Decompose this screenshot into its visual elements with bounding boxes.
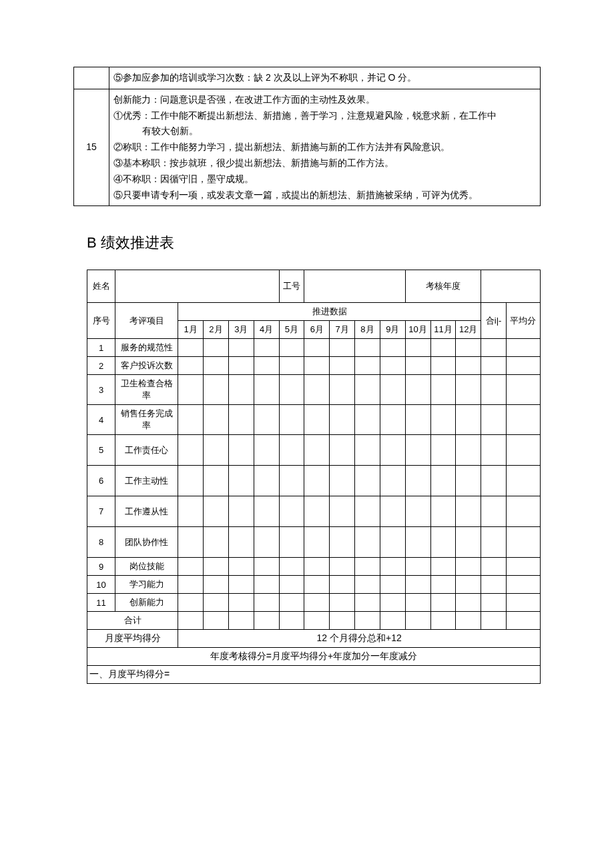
seq-value: 11: [96, 598, 105, 608]
data-cell: [254, 558, 279, 576]
data-cell: [178, 527, 204, 558]
data-cell: [430, 558, 456, 576]
month-label: 11月: [434, 324, 452, 334]
month-label: 2月: [209, 324, 222, 334]
year-label-cell: 考核年度: [405, 270, 481, 303]
bottom-line-text: 一、月度平均得分=: [89, 669, 170, 679]
data-cell: [279, 435, 304, 466]
data-cell: [279, 576, 304, 594]
data-cell: [254, 594, 279, 612]
table-row: 8 团队协作性: [87, 527, 541, 558]
data-cell: [330, 466, 355, 496]
data-cell: [279, 594, 304, 612]
name-label: 姓名: [93, 281, 110, 291]
subheader-row-1: 序号 考评项目 推进数据 合i|- 平均分: [87, 303, 541, 321]
data-cell: [330, 435, 355, 466]
seq-value: 7: [99, 506, 103, 516]
data-cell: [204, 576, 229, 594]
total-cell: [481, 375, 507, 405]
bottom-line-cell: 一、月度平均得分=: [87, 666, 541, 684]
month-header: 4月: [254, 321, 279, 339]
item-cell: 岗位技能: [115, 558, 178, 576]
item-cell: 创新能力: [115, 594, 178, 612]
item-value: 岗位技能: [129, 561, 164, 571]
data-cell: [330, 576, 355, 594]
data-cell: [430, 375, 456, 405]
data-cell: [430, 594, 456, 612]
criteria-content: 创新能力：问题意识是否强，在改进工作方面的主动性及效果。 ①优秀：工作中能不断提…: [109, 89, 541, 206]
month-header: 2月: [204, 321, 229, 339]
item-value: 服务的规范性: [121, 342, 173, 352]
data-cell: [456, 612, 481, 630]
data-cell: [380, 496, 405, 527]
data-header: 推进数据: [178, 303, 481, 321]
data-cell: [430, 527, 456, 558]
data-cell: [405, 375, 430, 405]
data-cell: [355, 496, 380, 527]
data-cell: [405, 612, 430, 630]
data-cell: [430, 405, 456, 435]
total-label-cell: 合计: [87, 612, 178, 630]
table-row: 15 创新能力：问题意识是否强，在改进工作方面的主动性及效果。 ①优秀：工作中能…: [74, 89, 541, 206]
data-cell: [456, 527, 481, 558]
data-cell: [330, 375, 355, 405]
data-cell: [380, 576, 405, 594]
data-cell: [304, 576, 330, 594]
data-cell: [380, 466, 405, 496]
seq-value: 9: [99, 562, 103, 572]
data-cell: [405, 576, 430, 594]
total-cell: [481, 594, 507, 612]
data-cell: [456, 466, 481, 496]
month-header: 8月: [355, 321, 380, 339]
seq-cell: 7: [87, 496, 115, 527]
month-label: 12月: [459, 324, 477, 334]
seq-value: 5: [99, 445, 103, 455]
data-cell: [228, 496, 254, 527]
data-cell: [228, 527, 254, 558]
name-value-cell: [115, 270, 279, 303]
table-row: 7 工作遵从性: [87, 496, 541, 527]
item-header: 考评项目: [115, 303, 178, 339]
month-header: 7月: [330, 321, 355, 339]
seq-cell: 2: [87, 357, 115, 375]
data-cell: [405, 357, 430, 375]
data-cell: [355, 558, 380, 576]
data-cell: [380, 594, 405, 612]
data-cell: [456, 496, 481, 527]
data-cell: [178, 594, 204, 612]
data-cell: [430, 612, 456, 630]
table-row: 9 岗位技能: [87, 558, 541, 576]
data-cell: [178, 612, 204, 630]
item-cell: 工作主动性: [115, 466, 178, 496]
performance-table: 姓名 工号 考核年度 序号 考评项目 推进数据 合i|-: [87, 270, 541, 684]
total-cell: [481, 612, 507, 630]
row-number-cell: 15: [74, 89, 109, 206]
data-cell: [254, 339, 279, 357]
criteria-line: ④不称职：因循守旧，墨守成规。: [113, 171, 536, 187]
criteria-line: ②称职：工作中能努力学习，提出新想法、新措施与新的工作方法并有风险意识。: [113, 139, 536, 155]
data-cell: [430, 466, 456, 496]
item-cell: 工作遵从性: [115, 496, 178, 527]
month-label: 4月: [260, 324, 273, 334]
item-cell: 工作责任心: [115, 435, 178, 466]
data-cell: [304, 496, 330, 527]
seq-label: 序号: [93, 316, 110, 326]
data-cell: [380, 375, 405, 405]
data-cell: [430, 435, 456, 466]
id-label: 工号: [283, 281, 300, 291]
data-cell: [304, 339, 330, 357]
data-cell: [456, 576, 481, 594]
data-cell: [254, 527, 279, 558]
avg-cell: [506, 339, 540, 357]
data-cell: [330, 405, 355, 435]
data-cell: [405, 339, 430, 357]
data-cell: [380, 435, 405, 466]
item-value: 团队协作性: [125, 537, 168, 547]
data-cell: [279, 612, 304, 630]
total-cell: [481, 576, 507, 594]
year-formula-row: 年度考核得分=月度平均得分+年度加分一年度减分: [87, 648, 541, 666]
data-cell: [330, 496, 355, 527]
data-cell: [228, 594, 254, 612]
data-cell: [304, 375, 330, 405]
avg-cell: [506, 435, 540, 466]
